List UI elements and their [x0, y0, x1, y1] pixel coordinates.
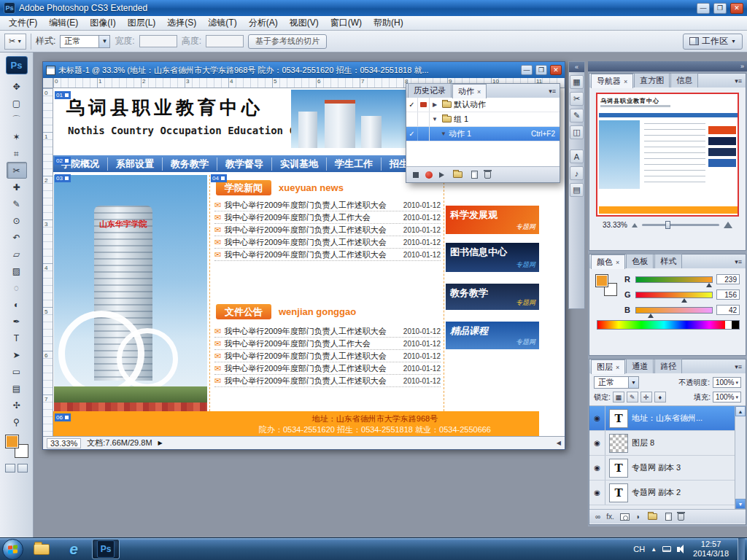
- magic-wand-tool[interactable]: ✶: [7, 128, 27, 145]
- history-brush-tool[interactable]: ↶: [7, 229, 27, 246]
- menu-layer[interactable]: 图层(L): [122, 16, 162, 30]
- layer-row[interactable]: ◉ T 专题网 副本 3: [589, 456, 746, 481]
- nav-item[interactable]: 教务教学: [163, 158, 217, 171]
- slices-from-guides-button[interactable]: 基于参考线的切片: [248, 34, 327, 49]
- delete-layer-button[interactable]: [678, 513, 684, 521]
- layers-scrollbar[interactable]: ▲ ▼: [735, 406, 746, 509]
- eraser-tool[interactable]: ▱: [7, 246, 27, 262]
- news-item[interactable]: ✉ 我中心举行2009年度部门负责人工作述职大会 2010-01-12: [214, 224, 441, 236]
- lock-pixels-button[interactable]: ✎: [627, 392, 638, 402]
- layer-row-selected[interactable]: ◉ T 地址：山东省德州...: [589, 406, 746, 431]
- tab-layers[interactable]: 图层×: [591, 359, 625, 374]
- zoom-out-icon[interactable]: [632, 223, 638, 228]
- language-indicator[interactable]: CH: [633, 545, 645, 553]
- record-button[interactable]: [425, 171, 433, 179]
- ie-taskbar-button[interactable]: e: [60, 539, 88, 559]
- panel-menu-icon[interactable]: ▾≡: [732, 258, 744, 265]
- zoom-slider[interactable]: [642, 224, 719, 226]
- new-layer-button[interactable]: [665, 513, 672, 521]
- news-item[interactable]: ✉ 我中心举行2009年度部门负责人工作述职大会 2010-01-12: [214, 236, 441, 249]
- foreground-color-swatch[interactable]: [5, 435, 19, 448]
- green-value-field[interactable]: 156: [716, 289, 740, 300]
- collapsed-panel-icon-2[interactable]: ✂: [570, 92, 584, 106]
- add-mask-button[interactable]: [620, 513, 630, 521]
- collapsed-panel-icon-7[interactable]: ▤: [570, 183, 584, 197]
- gradient-tool[interactable]: ▨: [7, 262, 27, 279]
- slice-badge[interactable]: 04: [211, 174, 227, 182]
- lasso-tool[interactable]: ⌒: [7, 112, 27, 128]
- text-layer-thumbnail[interactable]: T: [609, 483, 628, 502]
- scroll-down-arrow[interactable]: ▼: [735, 499, 746, 509]
- collapsed-panel-icon-6[interactable]: ♪: [570, 166, 584, 180]
- scroll-up-arrow[interactable]: ▲: [735, 406, 746, 416]
- volume-tray-icon[interactable]: [677, 547, 680, 552]
- dock-collapse-header[interactable]: «: [569, 62, 584, 72]
- red-value-field[interactable]: 239: [716, 274, 740, 284]
- hand-tool[interactable]: ✣: [7, 397, 27, 413]
- new-group-button[interactable]: [648, 513, 657, 520]
- action-set-row[interactable]: ▼ 组 1: [406, 112, 560, 127]
- foreground-color-swatch[interactable]: [595, 274, 608, 287]
- vertical-ruler[interactable]: 0 1 2 3 4 5 6 7: [43, 88, 53, 436]
- collapsed-panel-icon-1[interactable]: ▦: [570, 75, 584, 89]
- tab-histogram[interactable]: 直方图: [634, 73, 670, 88]
- news-item[interactable]: ✉ 我中心举行2009年度部门负责人工作述职大会 2010-01-12: [214, 199, 441, 211]
- include-checkbox[interactable]: [406, 112, 418, 126]
- clock[interactable]: 12:57 2014/3/18: [689, 540, 733, 559]
- brush-tool[interactable]: ✎: [7, 195, 27, 212]
- document-titlebar[interactable]: 未标题-1 @ 33.3% (地址：山东省德州市大学东路968号 院办：0534…: [43, 62, 565, 78]
- width-input[interactable]: [139, 35, 177, 47]
- include-checkmark[interactable]: ✓: [406, 127, 418, 141]
- adjustment-layer-button[interactable]: ◑: [635, 513, 640, 521]
- visibility-eye-icon[interactable]: ◉: [589, 431, 605, 455]
- visibility-eye-icon[interactable]: ◉: [589, 456, 605, 480]
- zoom-field[interactable]: 33.33%: [47, 438, 81, 448]
- blur-tool[interactable]: ◌: [7, 279, 27, 296]
- menu-analysis[interactable]: 分析(A): [243, 16, 284, 30]
- slice-tool[interactable]: ✂: [7, 162, 27, 179]
- tab-close-icon[interactable]: ×: [616, 259, 619, 266]
- zoom-slider-thumb[interactable]: [665, 221, 670, 229]
- pen-tool[interactable]: ✒: [7, 313, 27, 330]
- nav-item[interactable]: 实训基地: [272, 158, 327, 171]
- slider-marker[interactable]: [681, 298, 687, 303]
- slice-badge[interactable]: 03: [55, 174, 71, 182]
- crop-tool[interactable]: ⌗: [7, 145, 27, 162]
- style-dropdown[interactable]: 正常 ▼: [60, 35, 110, 48]
- slice-badge[interactable]: 06: [55, 413, 71, 421]
- banner-jiaowujiaoxue[interactable]: 教务教学专题网: [446, 284, 539, 310]
- lock-transparency-button[interactable]: ▦: [613, 392, 624, 402]
- nav-item[interactable]: 学生工作: [327, 158, 382, 171]
- link-layers-button[interactable]: ∞: [595, 513, 600, 521]
- visibility-eye-icon[interactable]: ◉: [589, 406, 605, 430]
- move-tool[interactable]: ✥: [7, 78, 27, 95]
- navigator-preview[interactable]: 乌词县职业教育中心: [596, 93, 739, 217]
- new-set-button[interactable]: [453, 171, 462, 178]
- minimize-button[interactable]: —: [697, 3, 710, 14]
- blue-slider[interactable]: [635, 307, 713, 314]
- slider-marker[interactable]: [706, 283, 712, 287]
- tab-close-icon[interactable]: ×: [477, 88, 481, 96]
- explorer-taskbar-button[interactable]: [28, 539, 55, 559]
- close-button[interactable]: ✕: [730, 3, 743, 14]
- expander-icon[interactable]: ▼: [438, 131, 449, 137]
- news-item[interactable]: ✉ 我中心举行2009年度部门负责人工作述职大会 2010-01-12: [214, 249, 441, 261]
- play-button[interactable]: [439, 172, 444, 178]
- workspace-button[interactable]: 工作区 ▼: [683, 34, 743, 50]
- action-row-selected[interactable]: ✓ ▼ 动作 1 Ctrl+F2: [406, 127, 560, 141]
- notice-item[interactable]: ✉ 我中心举行2009年度部门负责人工作述职大会 2010-01-12: [214, 350, 441, 362]
- include-checkmark[interactable]: ✓: [406, 98, 418, 112]
- text-layer-thumbnail[interactable]: T: [609, 459, 628, 478]
- notice-item[interactable]: ✉ 我中心举行2009年度部门负责人工作述职大会 2010-01-12: [214, 325, 441, 338]
- collapsed-panel-icon-4[interactable]: ◫: [570, 125, 584, 139]
- nav-item[interactable]: 教学督导: [217, 158, 272, 171]
- menu-image[interactable]: 图像(I): [84, 16, 121, 30]
- blue-value-field[interactable]: 42: [716, 305, 740, 315]
- expander-icon[interactable]: ▶: [430, 101, 440, 108]
- quick-mask-button[interactable]: [5, 464, 15, 472]
- notice-item[interactable]: ✉ 我中心举行2009年度部门负责人工作大会 2010-01-12: [214, 338, 441, 350]
- hidden-icons-chevron[interactable]: ▲: [651, 546, 657, 553]
- maximize-button[interactable]: ❐: [713, 3, 727, 14]
- visibility-eye-icon[interactable]: ◉: [589, 481, 605, 505]
- tab-close-icon[interactable]: ×: [616, 364, 619, 371]
